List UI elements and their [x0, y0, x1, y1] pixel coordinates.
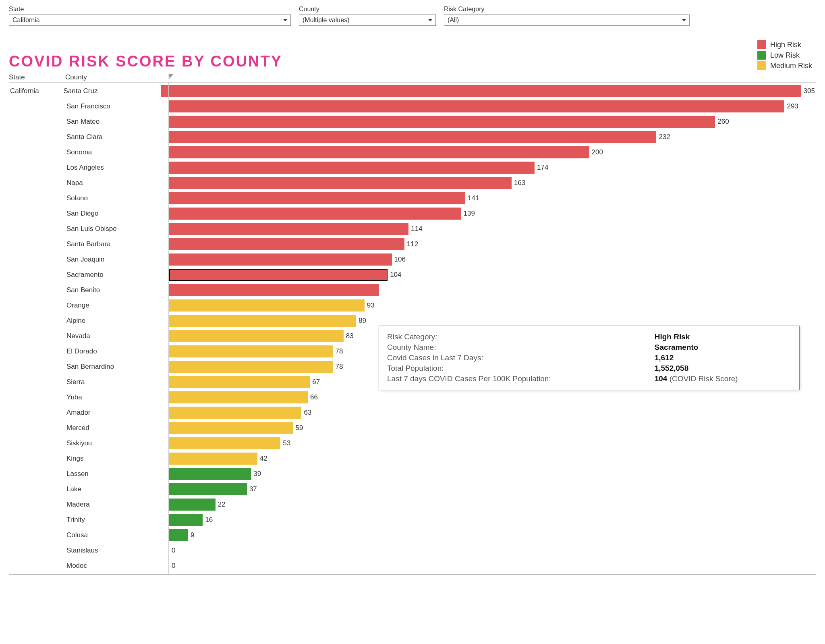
county-cell[interactable]: San Diego [66, 210, 169, 218]
bar[interactable] [169, 330, 344, 342]
bar[interactable] [169, 529, 188, 541]
bar-cell: 9 [169, 529, 815, 541]
county-cell[interactable]: San Bernardino [66, 363, 169, 371]
county-cell[interactable]: Napa [66, 179, 169, 187]
county-cell[interactable]: San Mateo [66, 118, 169, 126]
county-cell[interactable]: Merced [66, 424, 169, 432]
table-row: Merced59 [10, 420, 815, 436]
bar-value-label: 53 [283, 439, 290, 447]
legend-item-low[interactable]: Low Risk [757, 51, 812, 60]
state-select[interactable]: California [9, 15, 291, 26]
bar-value-label: 22 [218, 501, 226, 509]
bar-value-label: 93 [367, 301, 375, 310]
bar[interactable] [169, 299, 365, 312]
table-row: San Mateo260 [10, 114, 815, 129]
risk-select-value: (All) [448, 17, 459, 24]
risk-select[interactable]: (All) [444, 15, 690, 26]
bar[interactable] [169, 499, 216, 511]
bar-value-label: 67 [312, 378, 320, 386]
county-cell[interactable]: San Benito [66, 286, 169, 294]
bar[interactable] [169, 391, 308, 403]
bar[interactable] [169, 238, 404, 250]
legend-item-high[interactable]: High Risk [757, 40, 812, 49]
county-cell[interactable]: Modoc [66, 562, 169, 570]
bar[interactable] [169, 162, 535, 174]
county-cell[interactable]: San Francisco [66, 102, 169, 110]
bar[interactable] [169, 116, 715, 128]
county-cell[interactable]: Kings [66, 455, 169, 463]
sort-desc-icon[interactable] [168, 73, 174, 81]
bar[interactable] [169, 192, 465, 204]
bar-value-label: 9 [191, 531, 194, 539]
table-row: Solano141 [10, 191, 815, 206]
bar-cell: 232 [169, 131, 815, 143]
county-cell[interactable]: Madera [66, 501, 169, 509]
bar-value-label: 163 [514, 179, 525, 187]
county-cell[interactable]: Los Angeles [66, 164, 169, 172]
county-cell[interactable]: Alpine [66, 317, 169, 325]
county-cell[interactable]: Lassen [66, 470, 169, 478]
county-cell[interactable]: Sierra [66, 378, 169, 386]
county-cell[interactable]: Solano [66, 194, 169, 202]
bar[interactable] [169, 453, 257, 465]
county-cell[interactable]: Trinity [66, 516, 169, 524]
county-cell[interactable]: Amador [66, 409, 169, 417]
county-cell[interactable]: Santa Clara [66, 133, 169, 141]
county-cell[interactable]: Sacramento [66, 271, 169, 279]
legend-item-medium[interactable]: Medium Risk [757, 61, 812, 70]
bar-value-label: 104 [390, 271, 401, 279]
bar[interactable] [169, 177, 512, 189]
bar[interactable] [169, 437, 280, 449]
tooltip: Risk Category:High RiskCounty Name:Sacra… [379, 326, 800, 390]
bar-value-label: 42 [260, 455, 267, 463]
bar-cell: 174 [169, 162, 815, 174]
bar-value-label: 139 [464, 210, 475, 218]
bar[interactable] [169, 315, 356, 327]
bar[interactable] [169, 146, 589, 158]
bar-value-label: 0 [172, 546, 175, 555]
bar[interactable] [169, 361, 333, 373]
bar[interactable] [161, 85, 801, 97]
bar[interactable] [169, 100, 784, 112]
county-cell[interactable]: San Joaquin [66, 256, 169, 264]
bar[interactable] [169, 223, 408, 235]
county-cell[interactable]: Stanislaus [66, 546, 169, 555]
bar[interactable] [169, 131, 656, 143]
legend-swatch-medium [757, 61, 766, 70]
county-cell[interactable]: Siskiyou [66, 439, 169, 447]
county-cell[interactable]: Orange [66, 301, 169, 310]
county-cell[interactable]: Santa Cruz [63, 87, 160, 95]
bar[interactable] [169, 345, 333, 357]
bar[interactable] [169, 284, 379, 296]
column-header-county[interactable]: County [65, 73, 168, 81]
bar-cell: 260 [169, 116, 815, 128]
bar[interactable] [169, 422, 293, 434]
county-cell[interactable]: Sonoma [66, 148, 169, 156]
table-row: Siskiyou53 [10, 436, 815, 451]
county-cell[interactable]: Colusa [66, 531, 169, 539]
county-cell[interactable]: Nevada [66, 332, 169, 340]
bar[interactable] [169, 514, 203, 526]
table-row: Napa163 [10, 175, 815, 191]
county-cell[interactable]: San Luis Obispo [66, 225, 169, 233]
bar-value-label: 141 [468, 194, 479, 202]
bar[interactable] [169, 208, 461, 220]
column-header-state[interactable]: State [9, 73, 65, 81]
bar[interactable] [169, 269, 388, 281]
risk-filter-group: Risk Category (All) [444, 6, 690, 26]
bar[interactable] [169, 253, 392, 266]
bar[interactable] [169, 407, 301, 419]
county-cell[interactable]: El Dorado [66, 347, 169, 355]
bar[interactable] [169, 468, 251, 480]
bar[interactable] [169, 483, 247, 495]
county-cell[interactable]: Santa Barbara [66, 240, 169, 248]
county-cell[interactable]: Lake [66, 485, 169, 493]
bar-value-label: 174 [537, 164, 548, 172]
bar[interactable] [169, 376, 310, 388]
bar-cell: 141 [169, 192, 815, 204]
table-header: State County [9, 73, 816, 83]
county-cell[interactable]: Yuba [66, 393, 169, 401]
county-select[interactable]: (Multiple values) [299, 15, 436, 26]
bar-value-label: 232 [659, 133, 670, 141]
bar-cell: 106 [169, 253, 815, 266]
